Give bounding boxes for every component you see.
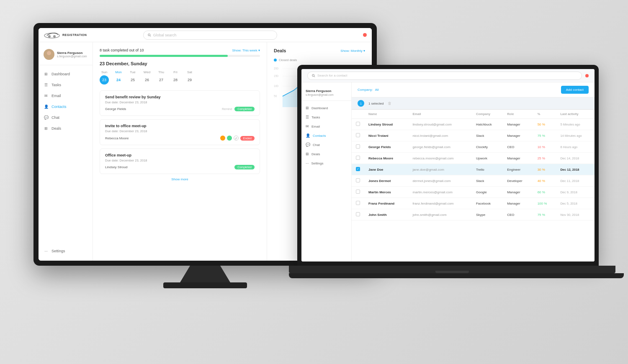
laptop-nav-contacts[interactable]: 👤 Contacts [301,131,351,140]
day-num-24[interactable]: 24 [114,75,123,85]
row-checkbox-1[interactable] [352,130,364,141]
table-row[interactable]: Rebecca Moore rebecca.moore@gmail.com Up… [352,153,595,164]
week-day-fri[interactable]: Fri 28 [171,70,180,85]
sidebar-item-contacts[interactable]: 👤 Contacts [39,101,93,112]
laptop-sidebar: Sierra Ferguson s.ferguson@gmail.com ⊞ D… [301,82,352,261]
table-row[interactable]: George Fields george.fields@gmail.com Cl… [352,141,595,153]
row-checkbox-4[interactable] [352,164,364,175]
selected-badge: 1 [358,100,364,107]
progress-bar-fill [100,55,228,57]
row-date-0: 5 Minutes ago [556,119,595,130]
sidebar-item-chat[interactable]: 💬 Chat [39,112,93,123]
task-card-1: Send benefit review by Sunday Due date: … [100,90,260,116]
table-row[interactable]: Jones Dermot dermot.jones@gmail.com Slac… [352,175,595,187]
task-card-2: Invite to office meet-up Due date: Decem… [100,119,260,145]
deals-show-monthly[interactable]: Show: Monthly ▾ [340,49,365,53]
sidebar-item-email[interactable]: ✉ Email [39,90,93,101]
laptop-nav-tasks[interactable]: ☰ Tasks [301,113,351,122]
checkbox-3[interactable] [356,156,360,160]
checkbox-5[interactable] [356,178,360,182]
user-name: Sierra Ferguson [57,51,87,55]
company-filter-all[interactable]: All [375,88,379,92]
row-checkbox-0[interactable] [352,119,364,130]
row-email-7: franz.ferdinand@gmail.com [409,198,472,209]
checkbox-0[interactable] [356,122,360,126]
task-footer-3: Lindsey Stroud Completed [105,165,255,169]
day-num-25[interactable]: 25 [128,75,137,85]
col-role: Role [503,110,533,119]
table-row[interactable]: Martin Merces martin.merces@gmail.com Go… [352,187,595,198]
monitor-close-dot[interactable] [363,33,367,37]
add-contact-button[interactable]: Add contact [561,86,589,94]
sidebar-item-settings[interactable]: ··· Settings [39,246,93,256]
monitor-search-bar[interactable]: Global search [143,31,277,40]
row-checkbox-5[interactable] [352,175,364,187]
laptop-label-chat: Chat [313,143,320,147]
sidebar-item-deals[interactable]: ⊞ Deals [39,123,93,134]
laptop-nav-email[interactable]: ✉ Email [301,122,351,131]
laptop-nav-chat[interactable]: 💬 Chat [301,140,351,149]
row-checkbox-3[interactable] [352,153,364,164]
show-this-week[interactable]: Show: This week ▾ [232,49,260,52]
checkbox-2[interactable] [356,144,360,149]
row-checkbox-6[interactable] [352,187,364,198]
laptop-contacts-icon: 👤 [306,133,310,138]
week-day-mon[interactable]: Mon 24 [114,70,123,85]
sidebar-label-tasks: Tasks [51,83,61,87]
day-num-27[interactable]: 27 [157,75,166,85]
checkbox-6[interactable] [356,190,360,194]
laptop-label-settings: Settings [311,161,324,165]
laptop-search-bar[interactable]: Search for a contact [307,72,582,80]
row-date-8: Nov 30, 2018 [556,209,595,220]
show-more-button[interactable]: Show more [100,177,260,181]
col-percent: % [533,110,556,119]
laptop-topbar: Search for a contact [301,69,595,82]
contacts-subbar: 1 1 selected 🗑 [352,97,595,110]
tasks-panel: 8 task completed out of 10 Show: This we… [93,42,267,261]
action-dot-orange[interactable] [220,136,225,141]
monitor-stand [180,266,230,282]
sidebar-item-tasks[interactable]: ☰ Tasks [39,79,93,90]
table-row[interactable]: Nicci Troiani nicci.troiani@gmail.com Sl… [352,130,595,141]
svg-line-20 [314,76,315,77]
week-day-sat[interactable]: Sat 29 [185,70,194,85]
checkbox-8[interactable] [356,212,360,216]
sidebar-label-deals: Deals [51,126,61,131]
week-day-tue[interactable]: Tue 25 [128,70,137,85]
laptop-tasks-icon: ☰ [306,115,309,119]
day-num-23[interactable]: 23 [100,75,109,85]
row-checkbox-8[interactable] [352,209,364,220]
day-num-29[interactable]: 29 [185,75,194,85]
action-dot-edit[interactable] [234,136,239,141]
user-email: s.ferguson@gmail.com [57,55,87,58]
table-row[interactable]: John Smith john.smith@gmail.com Skype CE… [352,209,595,220]
checkbox-4[interactable] [356,167,360,171]
table-row[interactable]: Jane Doe jane.doe@gmail.com Trello Engin… [352,164,595,175]
row-role-5: Developer [503,175,533,187]
week-day-thu[interactable]: Thu 27 [157,70,166,85]
sidebar-item-dashboard[interactable]: ⊞ Dashboard [39,69,93,79]
table-row[interactable]: Lindsey Stroud lindsey.stroud@gmail.com … [352,119,595,130]
monitor-topbar: REGISTRATION Global search [39,28,372,42]
row-checkbox-2[interactable] [352,141,364,153]
checkbox-7[interactable] [356,201,360,205]
delete-icon[interactable]: 🗑 [388,101,391,105]
laptop-nav-deals[interactable]: ⊞ Deals [301,149,351,159]
week-day-wed[interactable]: Wed 26 [142,70,152,85]
checkbox-1[interactable] [356,133,360,137]
action-dot-green[interactable] [227,136,232,141]
day-num-28[interactable]: 28 [171,75,180,85]
laptop-close-dot[interactable] [585,74,589,77]
week-day-sun[interactable]: Sun 23 [100,70,109,85]
row-role-6: Manager [503,187,533,198]
day-num-26[interactable]: 26 [142,75,152,85]
row-name-4: Jane Doe [364,164,409,175]
laptop-nav-dashboard[interactable]: ⊞ Dashboard [301,103,351,113]
table-row[interactable]: Franz Ferdinand franz.ferdinand@gmail.co… [352,198,595,209]
logo-icon [44,31,60,39]
task-due-2: Due date: December 23, 2018 [105,129,255,133]
task-badge-3: Completed [234,165,255,169]
row-percent-2: 10 % [533,141,556,153]
row-checkbox-7[interactable] [352,198,364,209]
laptop-nav-settings[interactable]: ··· Settings [301,159,351,168]
